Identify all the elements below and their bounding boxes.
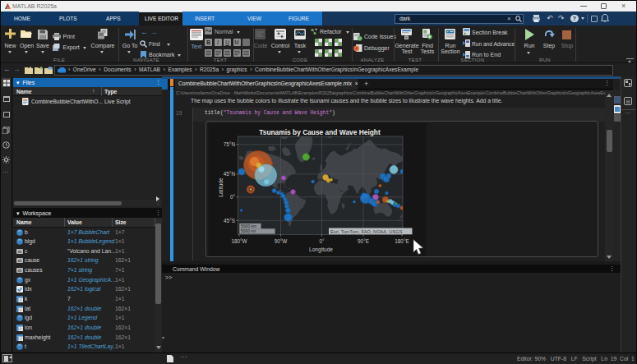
svg-text:5000 mi: 5000 mi (241, 228, 256, 233)
svg-text:90°W: 90°W (275, 238, 288, 244)
svg-text:Latitude: Latitude (218, 177, 224, 197)
svg-text:180°W: 180°W (231, 238, 247, 244)
svg-text:ab: ab (17, 259, 22, 263)
svg-text:45°S: 45°S (224, 218, 235, 223)
svg-text:0°: 0° (319, 238, 325, 244)
svg-text:0°: 0° (230, 194, 236, 200)
svg-text:75°N: 75°N (224, 141, 236, 147)
svg-text:Longitude: Longitude (309, 247, 333, 253)
svg-text:90°E: 90°E (358, 238, 369, 244)
svg-text:ab: ab (17, 250, 22, 254)
svg-text:45°N: 45°N (224, 171, 236, 177)
svg-text:Esri, TomTom, FAO, NOAA, USGS: Esri, TomTom, FAO, NOAA, USGS (330, 229, 403, 234)
svg-text:ab: ab (17, 269, 22, 273)
svg-text:Tsunamis by Cause and Wave Hei: Tsunamis by Cause and Wave Height (259, 128, 381, 136)
svg-text:5000 km: 5000 km (241, 223, 256, 228)
svg-text:180°E: 180°E (395, 238, 409, 244)
